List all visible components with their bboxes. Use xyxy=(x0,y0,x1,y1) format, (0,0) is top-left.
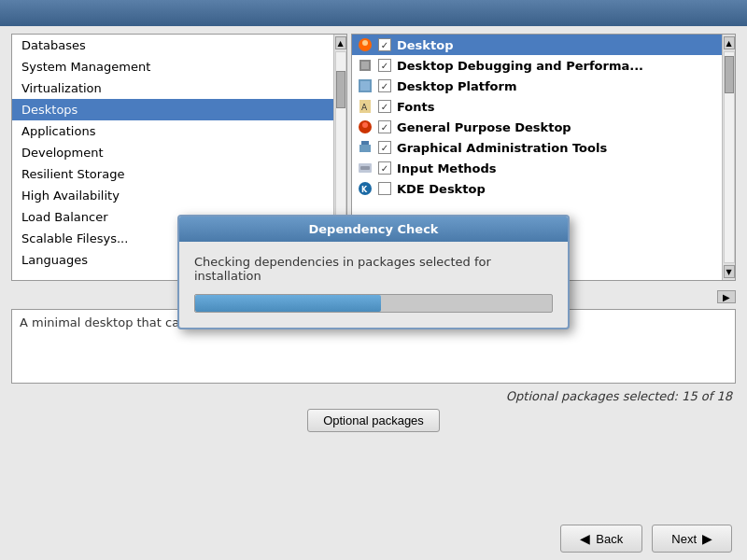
dependency-check-dialog: Dependency Check Checking dependencies i… xyxy=(177,215,570,329)
dialog-title: Dependency Check xyxy=(179,217,568,242)
dialog-body: Checking dependencies in packages select… xyxy=(179,242,568,328)
progress-bar-container xyxy=(194,294,553,313)
dialog-message: Checking dependencies in packages select… xyxy=(194,255,553,283)
dialog-overlay: Dependency Check Checking dependencies i… xyxy=(0,0,747,560)
progress-bar-fill xyxy=(195,295,381,312)
